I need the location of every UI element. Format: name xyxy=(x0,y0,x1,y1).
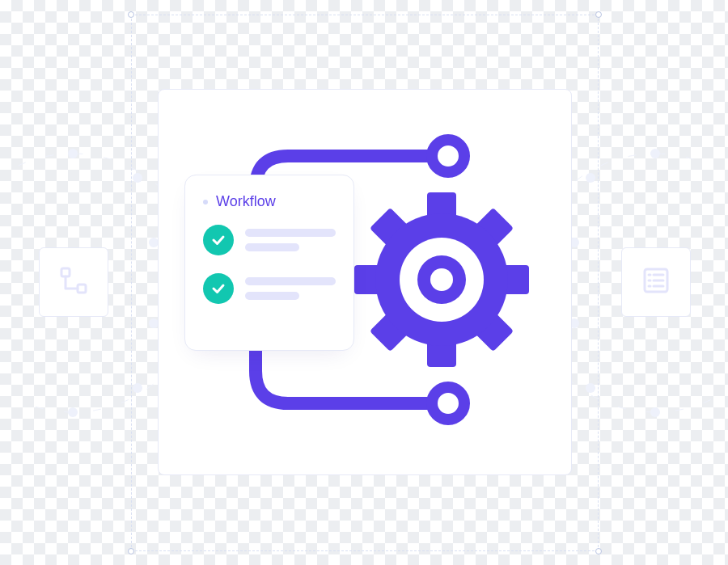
branch-icon xyxy=(58,265,89,299)
workflow-illustration: Workflow xyxy=(158,89,572,475)
svg-point-23 xyxy=(432,140,464,172)
placeholder-line xyxy=(245,243,299,251)
svg-point-12 xyxy=(586,383,595,393)
node-server xyxy=(621,247,691,317)
server-icon xyxy=(641,265,671,299)
workflow-card: Workflow xyxy=(184,175,354,351)
svg-point-2 xyxy=(133,173,142,183)
node-branch xyxy=(39,247,108,317)
svg-point-6 xyxy=(68,407,78,417)
selection-handle xyxy=(595,548,602,554)
svg-point-8 xyxy=(650,149,660,158)
selection-handle xyxy=(595,11,602,18)
placeholder-line xyxy=(245,292,299,300)
workflow-item xyxy=(203,273,336,304)
check-icon xyxy=(203,273,234,304)
check-icon xyxy=(203,225,234,255)
svg-point-13 xyxy=(650,407,660,417)
selection-handle xyxy=(128,548,134,554)
bullet-icon xyxy=(203,200,208,204)
svg-point-36 xyxy=(430,268,453,291)
selection-handle xyxy=(128,11,134,18)
placeholder-line xyxy=(245,229,336,237)
placeholder-line xyxy=(245,277,336,285)
svg-point-24 xyxy=(432,387,464,420)
svg-point-9 xyxy=(586,173,595,183)
workflow-title: Workflow xyxy=(216,193,276,210)
workflow-item xyxy=(203,225,336,255)
svg-point-5 xyxy=(133,383,142,393)
svg-point-1 xyxy=(68,149,78,158)
